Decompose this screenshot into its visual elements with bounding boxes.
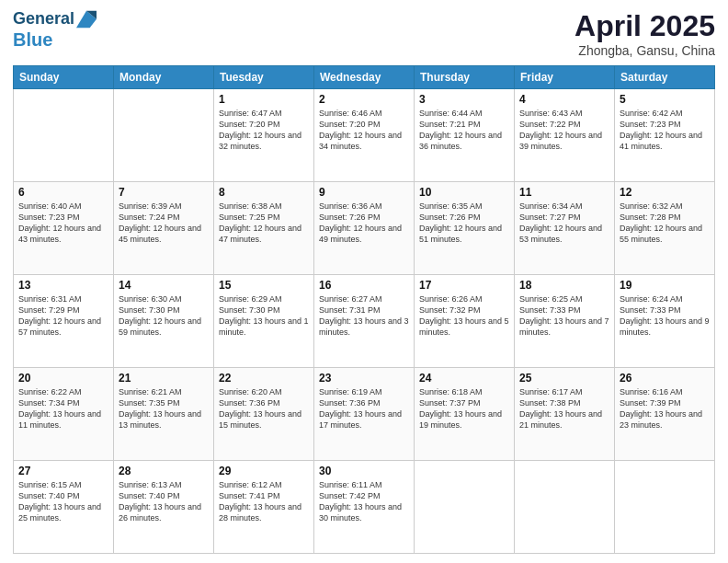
day-info: Sunrise: 6:17 AM Sunset: 7:38 PM Dayligh…: [519, 386, 609, 431]
calendar-cell: 28Sunrise: 6:13 AM Sunset: 7:40 PM Dayli…: [114, 461, 214, 554]
calendar-cell: 16Sunrise: 6:27 AM Sunset: 7:31 PM Dayli…: [314, 275, 415, 368]
weekday-header: Tuesday: [214, 66, 314, 89]
day-info: Sunrise: 6:11 AM Sunset: 7:42 PM Dayligh…: [319, 479, 409, 524]
day-info: Sunrise: 6:19 AM Sunset: 7:36 PM Dayligh…: [319, 386, 409, 431]
day-number: 18: [519, 279, 609, 292]
day-info: Sunrise: 6:29 AM Sunset: 7:30 PM Dayligh…: [219, 293, 309, 339]
calendar-cell: [114, 89, 214, 182]
day-number: 2: [319, 93, 409, 106]
calendar-cell: 25Sunrise: 6:17 AM Sunset: 7:38 PM Dayli…: [515, 368, 615, 461]
day-info: Sunrise: 6:43 AM Sunset: 7:22 PM Dayligh…: [519, 108, 609, 153]
day-info: Sunrise: 6:46 AM Sunset: 7:20 PM Dayligh…: [319, 108, 409, 153]
calendar-cell: 4Sunrise: 6:43 AM Sunset: 7:22 PM Daylig…: [515, 89, 615, 182]
day-info: Sunrise: 6:35 AM Sunset: 7:26 PM Dayligh…: [419, 201, 509, 246]
calendar-cell: 20Sunrise: 6:22 AM Sunset: 7:34 PM Dayli…: [14, 368, 114, 461]
weekday-header: Friday: [515, 66, 615, 89]
calendar-cell: [515, 461, 615, 554]
day-number: 21: [119, 372, 209, 385]
day-number: 7: [119, 186, 209, 199]
weekday-header: Saturday: [615, 66, 715, 89]
calendar-cell: 12Sunrise: 6:32 AM Sunset: 7:28 PM Dayli…: [615, 182, 715, 275]
calendar-cell: 30Sunrise: 6:11 AM Sunset: 7:42 PM Dayli…: [314, 461, 415, 554]
calendar-cell: 29Sunrise: 6:12 AM Sunset: 7:41 PM Dayli…: [214, 461, 314, 554]
day-info: Sunrise: 6:30 AM Sunset: 7:30 PM Dayligh…: [119, 293, 209, 339]
calendar-cell: [14, 89, 114, 182]
calendar-cell: 9Sunrise: 6:36 AM Sunset: 7:26 PM Daylig…: [314, 182, 415, 275]
calendar-cell: [415, 461, 515, 554]
calendar-cell: 13Sunrise: 6:31 AM Sunset: 7:29 PM Dayli…: [14, 275, 114, 368]
day-number: 17: [419, 279, 509, 292]
logo-text: General: [13, 10, 74, 29]
day-info: Sunrise: 6:40 AM Sunset: 7:23 PM Dayligh…: [18, 201, 108, 246]
day-info: Sunrise: 6:22 AM Sunset: 7:34 PM Dayligh…: [18, 386, 108, 431]
day-number: 15: [219, 279, 309, 292]
calendar-week-row: 6Sunrise: 6:40 AM Sunset: 7:23 PM Daylig…: [14, 182, 715, 275]
day-info: Sunrise: 6:16 AM Sunset: 7:39 PM Dayligh…: [620, 386, 710, 431]
day-number: 29: [219, 465, 309, 477]
calendar-week-row: 1Sunrise: 6:47 AM Sunset: 7:20 PM Daylig…: [14, 89, 715, 182]
calendar-week-row: 13Sunrise: 6:31 AM Sunset: 7:29 PM Dayli…: [14, 275, 715, 368]
header: General Blue April 2025 Zhongba, Gansu, …: [13, 9, 715, 58]
day-number: 14: [119, 279, 209, 292]
day-number: 22: [219, 372, 309, 385]
calendar-cell: 8Sunrise: 6:38 AM Sunset: 7:25 PM Daylig…: [214, 182, 314, 275]
day-number: 26: [620, 372, 710, 385]
calendar-cell: 10Sunrise: 6:35 AM Sunset: 7:26 PM Dayli…: [415, 182, 515, 275]
day-number: 9: [319, 186, 409, 199]
calendar-table: SundayMondayTuesdayWednesdayThursdayFrid…: [13, 65, 715, 554]
day-info: Sunrise: 6:24 AM Sunset: 7:33 PM Dayligh…: [620, 293, 710, 339]
calendar-cell: 7Sunrise: 6:39 AM Sunset: 7:24 PM Daylig…: [114, 182, 214, 275]
day-number: 24: [419, 372, 509, 385]
day-number: 3: [419, 93, 509, 106]
calendar-cell: 18Sunrise: 6:25 AM Sunset: 7:33 PM Dayli…: [515, 275, 615, 368]
logo-blue: Blue: [13, 29, 52, 50]
day-info: Sunrise: 6:36 AM Sunset: 7:26 PM Dayligh…: [319, 201, 409, 246]
day-number: 1: [219, 93, 309, 106]
day-info: Sunrise: 6:26 AM Sunset: 7:32 PM Dayligh…: [419, 293, 509, 339]
day-number: 25: [519, 372, 609, 385]
calendar-cell: 24Sunrise: 6:18 AM Sunset: 7:37 PM Dayli…: [415, 368, 515, 461]
logo-icon: [76, 9, 97, 29]
calendar-cell: 15Sunrise: 6:29 AM Sunset: 7:30 PM Dayli…: [214, 275, 314, 368]
day-info: Sunrise: 6:15 AM Sunset: 7:40 PM Dayligh…: [18, 479, 108, 524]
calendar-cell: 5Sunrise: 6:42 AM Sunset: 7:23 PM Daylig…: [615, 89, 715, 182]
day-info: Sunrise: 6:27 AM Sunset: 7:31 PM Dayligh…: [319, 293, 409, 339]
calendar-cell: 17Sunrise: 6:26 AM Sunset: 7:32 PM Dayli…: [415, 275, 515, 368]
day-number: 16: [319, 279, 409, 292]
weekday-header: Monday: [114, 66, 214, 89]
day-number: 20: [18, 372, 108, 385]
logo: General Blue: [13, 9, 97, 50]
calendar-cell: 1Sunrise: 6:47 AM Sunset: 7:20 PM Daylig…: [214, 89, 314, 182]
day-number: 5: [620, 93, 710, 106]
day-info: Sunrise: 6:38 AM Sunset: 7:25 PM Dayligh…: [219, 201, 309, 246]
day-info: Sunrise: 6:25 AM Sunset: 7:33 PM Dayligh…: [519, 293, 609, 339]
month-title: April 2025: [574, 9, 715, 43]
calendar-cell: 6Sunrise: 6:40 AM Sunset: 7:23 PM Daylig…: [14, 182, 114, 275]
calendar-week-row: 27Sunrise: 6:15 AM Sunset: 7:40 PM Dayli…: [14, 461, 715, 554]
day-number: 19: [620, 279, 710, 292]
day-number: 8: [219, 186, 309, 199]
weekday-header-row: SundayMondayTuesdayWednesdayThursdayFrid…: [14, 66, 715, 89]
day-info: Sunrise: 6:20 AM Sunset: 7:36 PM Dayligh…: [219, 386, 309, 431]
day-number: 10: [419, 186, 509, 199]
day-info: Sunrise: 6:47 AM Sunset: 7:20 PM Dayligh…: [219, 108, 309, 153]
day-info: Sunrise: 6:44 AM Sunset: 7:21 PM Dayligh…: [419, 108, 509, 153]
day-number: 4: [519, 93, 609, 106]
day-info: Sunrise: 6:13 AM Sunset: 7:40 PM Dayligh…: [119, 479, 209, 524]
day-number: 23: [319, 372, 409, 385]
subtitle: Zhongba, Gansu, China: [574, 43, 715, 58]
calendar-cell: 21Sunrise: 6:21 AM Sunset: 7:35 PM Dayli…: [114, 368, 214, 461]
day-info: Sunrise: 6:42 AM Sunset: 7:23 PM Dayligh…: [620, 108, 710, 153]
calendar-cell: 23Sunrise: 6:19 AM Sunset: 7:36 PM Dayli…: [314, 368, 415, 461]
day-info: Sunrise: 6:32 AM Sunset: 7:28 PM Dayligh…: [620, 201, 710, 246]
day-number: 27: [18, 465, 108, 477]
day-info: Sunrise: 6:21 AM Sunset: 7:35 PM Dayligh…: [119, 386, 209, 431]
weekday-header: Wednesday: [314, 66, 415, 89]
calendar-cell: 14Sunrise: 6:30 AM Sunset: 7:30 PM Dayli…: [114, 275, 214, 368]
weekday-header: Sunday: [14, 66, 114, 89]
weekday-header: Thursday: [415, 66, 515, 89]
day-info: Sunrise: 6:34 AM Sunset: 7:27 PM Dayligh…: [519, 201, 609, 246]
calendar-cell: [615, 461, 715, 554]
page: General Blue April 2025 Zhongba, Gansu, …: [0, 0, 728, 563]
day-info: Sunrise: 6:31 AM Sunset: 7:29 PM Dayligh…: [18, 293, 108, 339]
